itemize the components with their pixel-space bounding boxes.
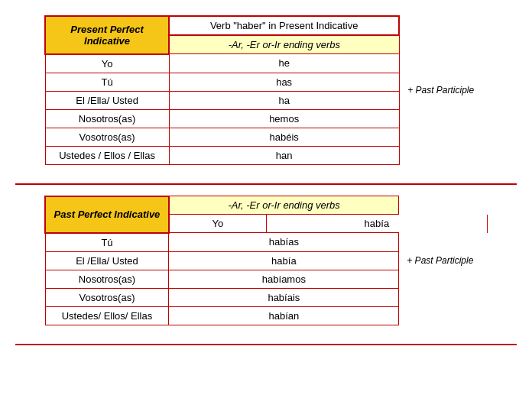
present-perfect-table: Present Perfect Indicative Verb "haber" … bbox=[44, 15, 488, 165]
verb-he: he bbox=[169, 54, 399, 73]
pronoun-el: El /Ella/ Usted bbox=[45, 251, 169, 270]
pronoun-nosotros: Nosotros(as) bbox=[45, 270, 169, 288]
present-header-row: Present Perfect Indicative Verb "haber" … bbox=[45, 16, 488, 35]
present-ending-header: -Ar, -Er or-Ir ending verbs bbox=[169, 35, 399, 54]
present-perfect-section: Present Perfect Indicative Verb "haber" … bbox=[44, 15, 488, 165]
pronoun-nosotros: Nosotros(as) bbox=[45, 109, 169, 128]
past-header-row: Past Perfect Indicative -Ar, -Er or-Ir e… bbox=[45, 196, 488, 215]
pronoun-vosotros: Vosotros(as) bbox=[45, 288, 169, 306]
past-perfect-table: Past Perfect Indicative -Ar, -Er or-Ir e… bbox=[44, 196, 488, 325]
pronoun-ustedes: Ustedes / Ellos / Ellas bbox=[45, 146, 169, 164]
pronoun-yo: Yo bbox=[45, 54, 169, 73]
bottom-divider bbox=[15, 344, 517, 345]
section-divider bbox=[15, 183, 517, 185]
past-perfect-title: Past Perfect Indicative bbox=[45, 196, 169, 233]
verb-habiais: habíais bbox=[169, 288, 399, 306]
pronoun-ustedes: Ustedes/ Ellos/ Ellas bbox=[45, 306, 169, 325]
verb-hemos: hemos bbox=[169, 109, 399, 128]
verb-habia: había bbox=[266, 215, 487, 233]
verb-habia2: había bbox=[169, 251, 399, 270]
present-perfect-title: Present Perfect Indicative bbox=[45, 16, 169, 54]
verb-han: han bbox=[169, 146, 399, 164]
verb-habeis: habéis bbox=[169, 128, 399, 146]
pronoun-vosotros: Vosotros(as) bbox=[45, 128, 169, 146]
verb-has: has bbox=[169, 73, 399, 91]
pronoun-el: El /Ella/ Usted bbox=[45, 91, 169, 109]
pronoun-tu: Tú bbox=[45, 233, 169, 252]
verb-habiamos: habíamos bbox=[169, 270, 399, 288]
verb-habias: habías bbox=[169, 233, 399, 252]
past-ending-header: -Ar, -Er or-Ir ending verbs bbox=[169, 196, 399, 215]
verb-habian: habían bbox=[169, 306, 399, 325]
pronoun-tu: Tú bbox=[45, 73, 169, 91]
past-perfect-section: Past Perfect Indicative -Ar, -Er or-Ir e… bbox=[44, 196, 488, 325]
present-plus-participle: + Past Participle bbox=[399, 16, 488, 164]
pronoun-yo: Yo bbox=[169, 215, 266, 233]
present-haber-header: Verb "haber" in Present Indicative bbox=[169, 16, 399, 35]
verb-ha: ha bbox=[169, 91, 399, 109]
